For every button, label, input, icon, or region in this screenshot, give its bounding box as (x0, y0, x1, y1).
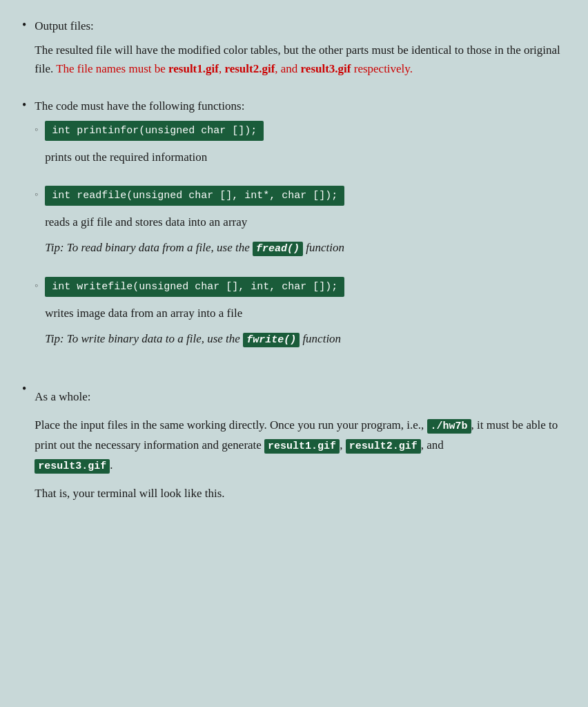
functions-heading: The code must have the following functio… (35, 97, 566, 115)
bullet-section-output: • Output files: The resulted file will h… (22, 17, 566, 84)
whole-separator1: , (340, 438, 346, 452)
output-filename1: result1.gif (168, 62, 219, 75)
bullet-dot-1: • (22, 18, 26, 32)
hw7b-code: ./hw7b (427, 419, 471, 434)
sub-content-writefile: int writefile(unsigned char [], int, cha… (45, 277, 566, 354)
sub-item-writefile: ○ int writefile(unsigned char [], int, c… (35, 277, 566, 354)
output-respectively: respectively. (354, 62, 413, 75)
sub-bullet-2: ○ (35, 191, 38, 197)
code-readfile: int readfile(unsigned char [], int*, cha… (45, 186, 344, 206)
output-filename3: result3.gif (301, 62, 351, 75)
readfile-desc: reads a gif file and stores data into an… (45, 213, 566, 231)
bullet-content-functions: The code must have the following functio… (35, 97, 566, 369)
whole-paragraph2: That is, your terminal will look like th… (35, 484, 566, 504)
output-filename2: result2.gif (224, 62, 275, 75)
whole-para-text1: Place the input files in the same workin… (35, 418, 427, 432)
output-heading-text: Output files: (35, 19, 93, 32)
bullet-dot-3: • (22, 382, 26, 396)
bullet-section-functions: • The code must have the following funct… (22, 97, 566, 369)
sub-bullet-1: ○ (35, 126, 38, 133)
sub-item-readfile: ○ int readfile(unsigned char [], int*, c… (35, 186, 566, 263)
writefile-tip: Tip: To write binary data to a file, use… (45, 329, 566, 349)
bullet-dot-2: • (22, 98, 26, 113)
readfile-tip: Tip: To read binary data from a file, us… (45, 238, 566, 258)
output-comma2: , and (275, 62, 300, 75)
readfile-tip-prefix: Tip: To read binary data from a file, us… (45, 241, 253, 254)
output-paragraph: The resulted file will have the modified… (35, 41, 566, 78)
code-printinfor: int printinfor(unsigned char []); (45, 121, 264, 141)
output-heading: Output files: (35, 17, 566, 35)
sub-item-printinfor: ○ int printinfor(unsigned char []); prin… (35, 121, 566, 172)
result2-code: result2.gif (346, 439, 421, 454)
main-content: • Output files: The resulted file will h… (22, 17, 566, 512)
sub-content-readfile: int readfile(unsigned char [], int*, cha… (45, 186, 566, 263)
fwrite-code: fwrite() (243, 333, 300, 347)
fread-code: fread() (253, 242, 303, 256)
readfile-tip-suffix: function (303, 241, 344, 254)
whole-period: . (110, 458, 112, 472)
printinfor-desc: prints out the required information (45, 148, 566, 166)
bullet-content-whole: As a whole: Place the input files in the… (35, 387, 566, 512)
whole-separator2: , and (421, 438, 444, 452)
result3-code: result3.gif (35, 459, 110, 474)
writefile-tip-prefix: Tip: To write binary data to a file, use… (45, 332, 243, 345)
code-writefile: int writefile(unsigned char [], int, cha… (45, 277, 344, 297)
whole-paragraph1: Place the input files in the same workin… (35, 416, 566, 476)
writefile-desc: writes image data from an array into a f… (45, 304, 566, 322)
sub-content-printinfor: int printinfor(unsigned char []); prints… (45, 121, 566, 172)
bullet-content-output: Output files: The resulted file will hav… (35, 17, 566, 84)
output-red-intro: The file names must be (56, 62, 168, 75)
whole-heading: As a whole: (35, 387, 566, 407)
bullet-section-whole: • As a whole: Place the input files in t… (22, 380, 566, 512)
result1-code: result1.gif (264, 439, 340, 454)
sub-bullet-3: ○ (35, 282, 38, 289)
writefile-tip-suffix: function (300, 332, 341, 345)
